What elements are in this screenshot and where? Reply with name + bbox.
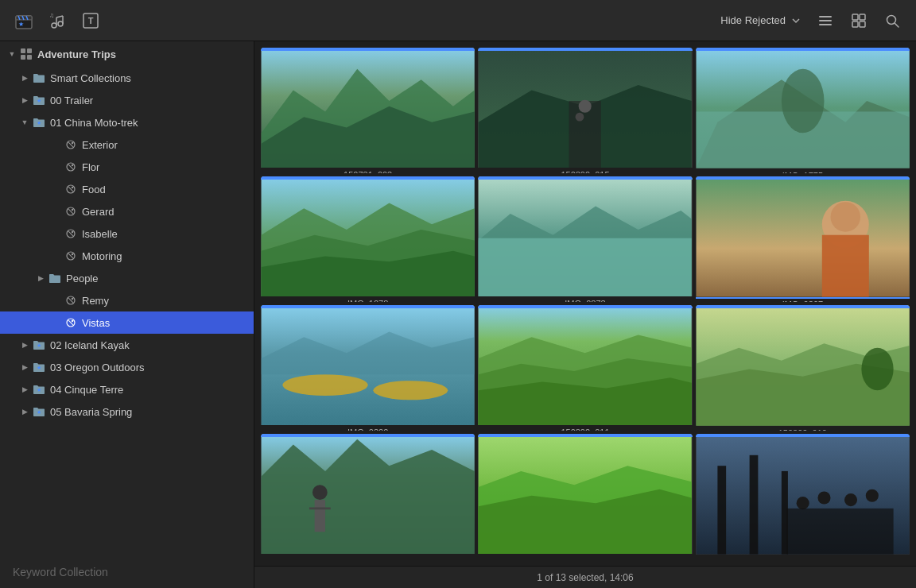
svg-point-63 [579,100,592,113]
bavaria-star-folder-icon: ★ [32,404,46,419]
library-root[interactable]: Adventure Trips [0,41,254,67]
toolbar-view-icons [814,10,903,32]
svg-text:★: ★ [37,365,41,370]
svg-line-10 [56,16,63,17]
title-icon[interactable]: T [80,10,102,32]
grid-view-icon[interactable] [848,10,870,32]
search-icon[interactable] [881,10,903,32]
svg-rect-25 [21,55,25,60]
hide-rejected-button[interactable]: Hide Rejected [720,14,802,26]
video-tile-t12[interactable] [696,434,910,559]
svg-point-6 [52,23,56,28]
svg-text:★: ★ [37,120,41,126]
library-name: Adventure Trips [37,48,116,60]
sidebar-item-gerard[interactable]: Gerard [0,200,254,222]
toolbar: ★ ♫ T Hide Rejected [0,0,916,41]
video-tile-t7[interactable]: IMG_0322 [261,305,475,431]
keyword-icon-motoring [64,249,78,263]
svg-rect-76 [696,176,909,297]
video-tile-t6[interactable]: IMG_0367 [696,176,910,302]
video-tile-t11[interactable] [478,434,692,559]
video-thumbnail [478,176,692,296]
svg-point-31 [72,142,73,144]
cinque-chevron [19,384,30,395]
list-view-icon[interactable] [814,10,836,32]
sidebar-item-00-trailer[interactable]: ★ 00 Trailer [0,89,254,111]
people-chevron [35,273,46,284]
tooltip-text: Keyword Collection [13,566,108,578]
folder-icon [32,71,46,85]
motoring-label: Motoring [82,250,122,262]
keyword-collection-tooltip: Keyword Collection [0,559,254,588]
svg-text:★: ★ [37,342,41,348]
svg-point-49 [72,298,73,300]
video-thumbnail [696,48,910,168]
sidebar-item-isabelle[interactable]: Isabelle [0,222,254,245]
svg-text:★: ★ [37,98,41,103]
video-thumbnail [478,434,692,554]
oregon-label: 03 Oregon Outdoors [50,362,145,373]
svg-rect-108 [786,509,893,555]
video-label [261,554,475,559]
video-tile-t4[interactable]: IMG_1078 [261,176,475,302]
video-tile-t1[interactable]: 150731_003 [261,48,475,173]
svg-point-104 [796,497,809,509]
video-tile-t2[interactable]: 150802_015 [478,48,692,173]
video-label: 150802_010 [696,426,910,431]
svg-rect-15 [819,20,832,21]
svg-rect-16 [819,24,832,25]
smart-collections-chevron [19,72,30,83]
status-text: 1 of 13 selected, 14:06 [537,572,633,583]
china-chevron [19,117,30,128]
music-icon[interactable]: ♫ [46,10,68,32]
iceland-chevron [19,339,30,350]
video-label [478,554,692,559]
video-tile-t10[interactable] [261,434,475,559]
svg-text:♫: ♫ [49,12,54,19]
sidebar-item-vistas[interactable]: Vistas [0,311,254,334]
sidebar-item-flor[interactable]: Flor [0,156,254,178]
video-tile-t3[interactable]: IMG_1775 [696,48,910,173]
video-tile-t9[interactable]: 150802_010 [696,305,910,431]
svg-point-37 [72,187,73,188]
video-tile-t5[interactable]: IMG_0873 [478,176,692,302]
sidebar-item-exterior[interactable]: Exterior [0,133,254,156]
bavaria-label: 05 Bavaria Spring [50,406,132,418]
sidebar-item-smart-collections[interactable]: Smart Collections [0,67,254,89]
trailer-chevron [19,95,30,106]
keyword-icon-isabelle [64,226,78,241]
status-bar: 1 of 13 selected, 14:06 [254,566,916,588]
svg-rect-102 [749,455,758,555]
svg-point-52 [72,320,73,322]
remy-label: Remy [82,295,109,307]
iceland-label: 02 Iceland Kayak [50,339,130,351]
svg-point-106 [844,493,857,506]
sidebar-item-food[interactable]: Food [0,178,254,200]
svg-point-94 [312,485,328,500]
sidebar-item-motoring[interactable]: Motoring [0,245,254,267]
video-tile-t8[interactable]: 150802_011 [478,305,692,431]
svg-rect-14 [819,16,832,17]
sidebar-item-02-iceland[interactable]: ★ 02 Iceland Kayak [0,334,254,356]
sidebar-item-remy[interactable]: Remy [0,289,254,311]
flor-label: Flor [82,161,99,173]
video-thumbnail [696,305,910,426]
svg-rect-24 [27,48,32,53]
video-thumbnail [261,305,475,425]
svg-point-46 [72,253,73,255]
sidebar-item-04-cinque[interactable]: ★ 04 Cinque Terre [0,378,254,400]
sidebar-item-03-oregon[interactable]: ★ 03 Oregon Outdoors [0,356,254,378]
svg-point-82 [373,381,448,400]
video-thumbnail [696,176,910,297]
sidebar-item-05-bavaria[interactable]: ★ 05 Bavaria Spring [0,400,254,423]
svg-point-105 [817,491,830,504]
sidebar-item-01-china[interactable]: ★ 01 China Moto-trek [0,111,254,133]
main-layout: Adventure Trips Smart Collections ★ 00 T… [0,41,916,588]
keyword-icon-exterior [64,137,78,152]
video-label: IMG_1078 [261,296,475,302]
svg-text:★: ★ [37,409,41,415]
keyword-icon-vistas [64,315,78,330]
clapboard-icon[interactable]: ★ [13,10,35,32]
sidebar-item-people[interactable]: People [0,267,254,289]
video-label: IMG_0367 [696,297,910,303]
